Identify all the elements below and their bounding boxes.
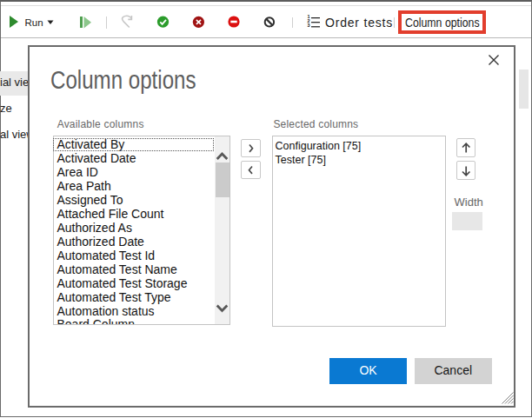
svg-text:3: 3: [308, 23, 310, 28]
